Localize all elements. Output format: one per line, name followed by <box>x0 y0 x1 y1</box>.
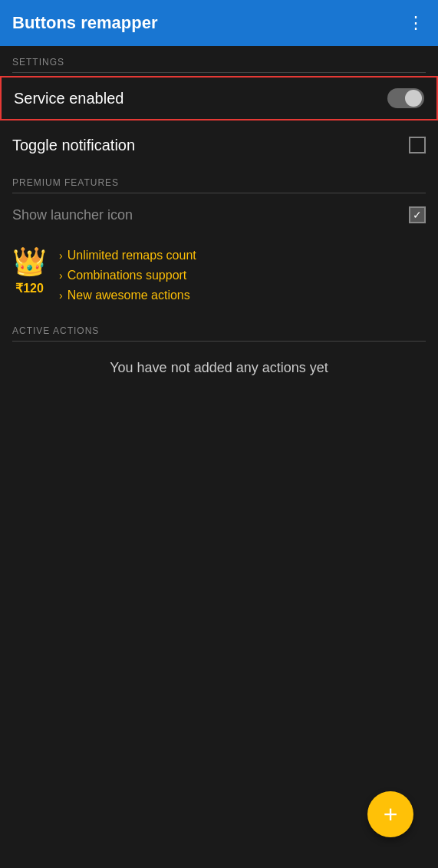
premium-feature-label-1: Unlimited remaps count <box>68 249 196 262</box>
chevron-right-icon-3: › <box>59 289 63 302</box>
settings-section-label: SETTINGS <box>0 46 438 72</box>
active-actions-section-label: ACTIVE ACTIONS <box>0 315 438 341</box>
premium-feature-label-3: New awesome actions <box>68 289 190 302</box>
show-launcher-icon-label: Show launcher icon <box>12 207 133 223</box>
premium-price: ₹120 <box>15 281 44 295</box>
toggle-notification-checkbox[interactable] <box>409 137 426 153</box>
service-enabled-row[interactable]: Service enabled <box>0 76 438 120</box>
premium-feature-item-1[interactable]: › Unlimited remaps count <box>59 249 196 262</box>
premium-features-list: › Unlimited remaps count › Combinations … <box>59 246 196 302</box>
crown-icon: 👑 <box>12 246 47 278</box>
service-enabled-label: Service enabled <box>14 90 123 107</box>
premium-section-label: PREMIUM FEATURES <box>0 167 438 193</box>
empty-actions-message: You have not added any actions yet <box>0 342 438 394</box>
premium-feature-item-2[interactable]: › Combinations support <box>59 269 196 282</box>
show-launcher-icon-checkbox[interactable] <box>409 206 426 223</box>
overflow-menu-icon[interactable]: ⋮ <box>407 13 426 33</box>
settings-divider <box>12 72 426 73</box>
app-title: Buttons remapper <box>12 13 157 33</box>
add-action-fab[interactable]: + <box>367 791 413 837</box>
premium-block[interactable]: 👑 ₹120 › Unlimited remaps count › Combin… <box>0 236 438 315</box>
toggle-knob <box>405 90 422 107</box>
chevron-right-icon-1: › <box>59 249 63 262</box>
premium-feature-label-2: Combinations support <box>68 269 187 282</box>
chevron-right-icon-2: › <box>59 269 63 282</box>
toggle-notification-label: Toggle notification <box>12 137 135 154</box>
app-header: Buttons remapper ⋮ <box>0 0 438 46</box>
toggle-notification-row[interactable]: Toggle notification <box>0 124 438 167</box>
premium-icon-area: 👑 ₹120 <box>12 246 47 295</box>
premium-feature-item-3[interactable]: › New awesome actions <box>59 289 196 302</box>
show-launcher-icon-row[interactable]: Show launcher icon <box>0 193 438 236</box>
service-enabled-toggle[interactable] <box>387 88 424 108</box>
fab-plus-icon: + <box>384 802 398 827</box>
